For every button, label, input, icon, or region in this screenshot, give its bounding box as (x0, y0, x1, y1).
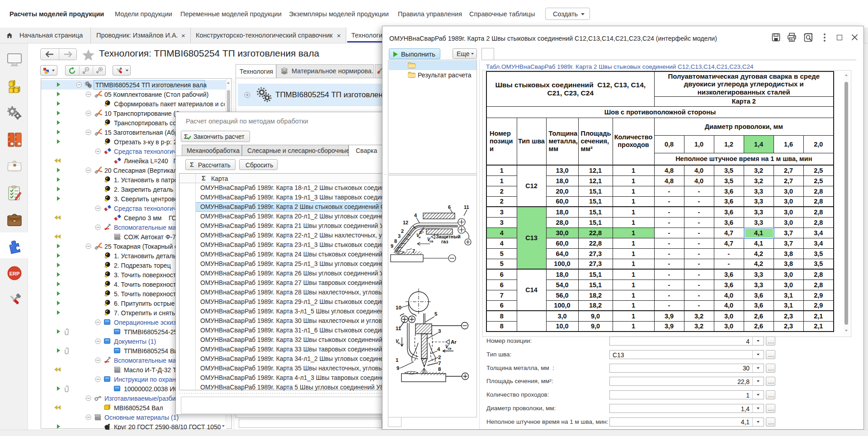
svg-text:2: 2 (401, 228, 404, 234)
svg-text:11: 11 (464, 204, 469, 210)
svg-text:10: 10 (396, 305, 401, 310)
svg-text:7: 7 (438, 360, 441, 366)
svg-text:7: 7 (412, 248, 415, 254)
svg-text:5: 5 (434, 311, 438, 317)
svg-text:н: н (419, 236, 420, 239)
svg-text:Σ: Σ (184, 133, 188, 140)
svg-text:газ: газ (441, 239, 448, 244)
svg-text:н: н (398, 341, 400, 345)
svg-text:4: 4 (414, 213, 417, 218)
svg-text:8: 8 (394, 238, 397, 244)
svg-text:2: 2 (438, 355, 441, 360)
svg-text:ERP: ERP (9, 271, 20, 276)
svg-text:Ar: Ar (451, 339, 457, 345)
svg-text:св: св (429, 240, 434, 243)
svg-text:12: 12 (403, 220, 408, 225)
svg-text:9: 9 (396, 365, 399, 371)
svg-text:8: 8 (438, 366, 441, 372)
svg-text:4: 4 (437, 346, 440, 352)
svg-text:11: 11 (396, 326, 401, 331)
svg-text:6: 6 (448, 204, 451, 210)
svg-text:9: 9 (391, 243, 393, 249)
svg-text:св: св (448, 347, 452, 350)
svg-text:3: 3 (398, 233, 401, 239)
svg-text:3: 3 (438, 328, 441, 334)
svg-text:1: 1 (396, 357, 399, 363)
